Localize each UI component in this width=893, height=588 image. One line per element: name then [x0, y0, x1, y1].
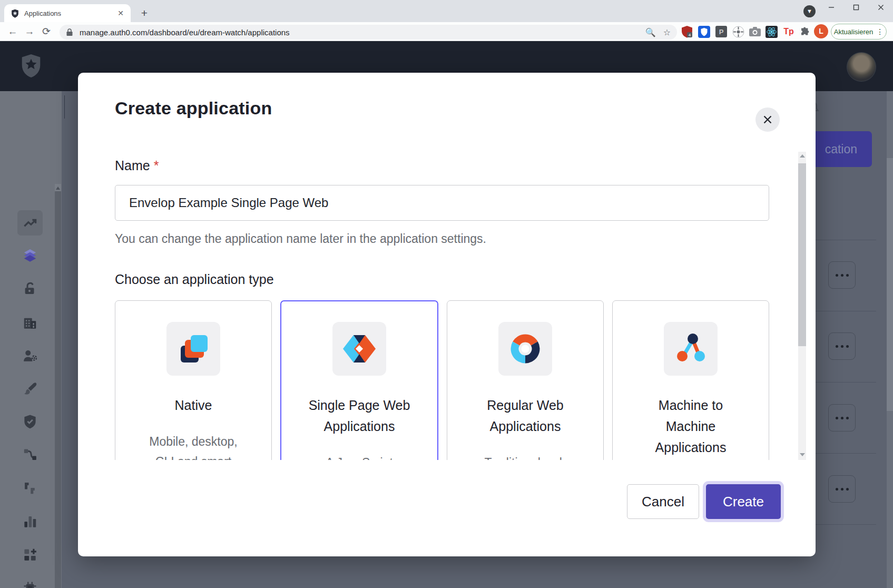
- row-menu-button[interactable]: [828, 332, 856, 360]
- browser-tab[interactable]: Applications ✕: [4, 4, 131, 22]
- address-bar[interactable]: manage.auth0.com/dashboard/eu/dream-watc…: [60, 25, 677, 40]
- table-row-divider: [806, 240, 876, 240]
- card-native[interactable]: Native Mobile, desktop, CLI and smart: [115, 300, 272, 460]
- padlock-icon: [66, 28, 73, 36]
- card-regular-web[interactable]: Regular Web Applications Traditional web: [447, 300, 604, 460]
- sidebar-item-branding-icon[interactable]: [22, 381, 38, 397]
- window-maximize-button[interactable]: [852, 4, 860, 11]
- m2m-icon-tile: [664, 322, 718, 376]
- card-title: Single Page Web Applications: [281, 395, 437, 437]
- modal-close-button[interactable]: [755, 107, 780, 132]
- window-minimize-button[interactable]: [828, 4, 835, 11]
- card-title: Regular Web Applications: [447, 395, 603, 437]
- crosshair-extension-icon[interactable]: [731, 24, 745, 39]
- back-button[interactable]: ←: [5, 24, 20, 39]
- new-tab-button[interactable]: +: [138, 7, 151, 19]
- browser-tab-bar: Applications ✕ + ▼: [0, 0, 893, 22]
- single-page-app-icon: [342, 332, 376, 366]
- sidebar-item-activity-icon[interactable]: [22, 215, 38, 231]
- auth0-logo-icon: [21, 54, 41, 77]
- modal-title: Create application: [115, 98, 272, 119]
- create-application-modal: Create application Name * You can change…: [78, 73, 816, 556]
- machine-to-machine-icon: [674, 332, 708, 366]
- extensions-puzzle-icon[interactable]: [797, 24, 812, 39]
- sidebar-item-actions-icon[interactable]: [22, 447, 38, 463]
- modal-scrollbar-thumb[interactable]: [798, 163, 806, 346]
- card-description: A JavaScript: [281, 453, 437, 460]
- kebab-menu-icon: ⋮: [876, 27, 884, 36]
- card-single-page-web[interactable]: Single Page Web Applications A JavaScrip…: [280, 300, 438, 460]
- card-title: Native: [115, 395, 271, 416]
- url-text: manage.auth0.com/dashboard/eu/dream-watc…: [80, 28, 638, 37]
- sidebar-nav: ?: [0, 91, 62, 588]
- bitwarden-extension-icon[interactable]: [696, 24, 711, 39]
- table-row-divider: [806, 311, 876, 311]
- browser-profile-avatar[interactable]: L: [814, 24, 828, 38]
- row-menu-button[interactable]: [828, 261, 856, 289]
- application-type-cards: Native Mobile, desktop, CLI and smart: [115, 300, 769, 460]
- application-name-input[interactable]: [115, 185, 769, 221]
- ublock-extension-icon[interactable]: 4: [680, 24, 694, 39]
- update-label: Aktualisieren: [834, 28, 873, 36]
- modal-scroll-up-icon[interactable]: [800, 154, 805, 158]
- browser-chevron-icon[interactable]: ▼: [803, 5, 816, 17]
- svg-text:P: P: [719, 28, 724, 36]
- row-menu-button[interactable]: [828, 475, 856, 503]
- forward-button[interactable]: →: [22, 24, 37, 39]
- header-divider: [64, 95, 65, 119]
- card-description: Traditional web: [447, 453, 603, 460]
- reload-button[interactable]: ⟳: [39, 24, 54, 39]
- name-help-text: You can change the application name late…: [115, 232, 486, 246]
- cancel-button[interactable]: Cancel: [627, 484, 699, 519]
- zoom-page-icon[interactable]: 🔍: [645, 27, 656, 37]
- spa-icon-tile: [332, 322, 386, 376]
- auth0-favicon-icon: [11, 9, 19, 18]
- sidebar-item-monitoring-icon[interactable]: [22, 514, 38, 530]
- sidebar-item-security-icon[interactable]: [22, 414, 38, 429]
- application-type-label: Choose an application type: [115, 272, 274, 287]
- table-row-divider: [806, 382, 876, 383]
- close-icon: [762, 114, 773, 125]
- sidebar-item-applications-icon[interactable]: [22, 248, 38, 264]
- sidebar-item-auth-pipeline-icon[interactable]: [22, 480, 38, 496]
- sidebar-scroll-up-icon[interactable]: [56, 187, 60, 190]
- card-description: Mobile, desktop, CLI and smart: [115, 432, 271, 460]
- sidebar-item-extensions-icon[interactable]: [22, 580, 38, 588]
- sidebar-scrollbar-thumb[interactable]: [55, 191, 61, 588]
- table-row-divider: [806, 524, 876, 525]
- regular-web-icon-tile: [498, 322, 552, 376]
- table-row-divider: [806, 453, 876, 454]
- native-icon-tile: [166, 322, 220, 376]
- create-button[interactable]: Create: [706, 484, 781, 519]
- tp-extension-icon[interactable]: Tp: [781, 24, 796, 39]
- tab-title: Applications: [24, 9, 116, 17]
- camera-extension-icon[interactable]: [748, 24, 762, 39]
- react-devtools-extension-icon[interactable]: [764, 24, 779, 39]
- bookmark-star-icon[interactable]: ☆: [663, 27, 671, 37]
- card-machine-to-machine[interactable]: Machine to Machine Applications: [612, 300, 769, 460]
- sidebar-item-organizations-icon[interactable]: [22, 315, 38, 331]
- sidebar-item-user-management-icon[interactable]: [22, 348, 38, 364]
- modal-scroll-viewport: Name * You can change the application na…: [78, 142, 806, 460]
- window-close-button[interactable]: [877, 4, 885, 11]
- user-avatar[interactable]: [847, 52, 876, 82]
- sidebar-item-marketplace-icon[interactable]: [22, 547, 38, 563]
- p-extension-icon[interactable]: P: [714, 24, 729, 39]
- required-asterisk: *: [154, 158, 159, 173]
- sidebar-item-authentication-icon[interactable]: [22, 281, 38, 297]
- screen: Applications ✕ + ▼ ← → ⟳ manage.auth0.co…: [0, 0, 893, 588]
- ublock-badge: 4: [689, 33, 691, 37]
- page-scrollbar-thumb[interactable]: [887, 158, 893, 411]
- row-menu-button[interactable]: [828, 404, 856, 432]
- name-label-text: Name: [115, 158, 150, 173]
- regular-web-app-icon: [508, 332, 542, 366]
- modal-scroll-down-icon[interactable]: [800, 453, 805, 456]
- tab-close-icon[interactable]: ✕: [116, 8, 125, 18]
- browser-update-button[interactable]: Aktualisieren ⋮: [831, 24, 887, 40]
- name-field-label: Name *: [115, 158, 159, 173]
- card-title: Machine to Machine Applications: [613, 395, 769, 458]
- native-icon: [176, 332, 210, 366]
